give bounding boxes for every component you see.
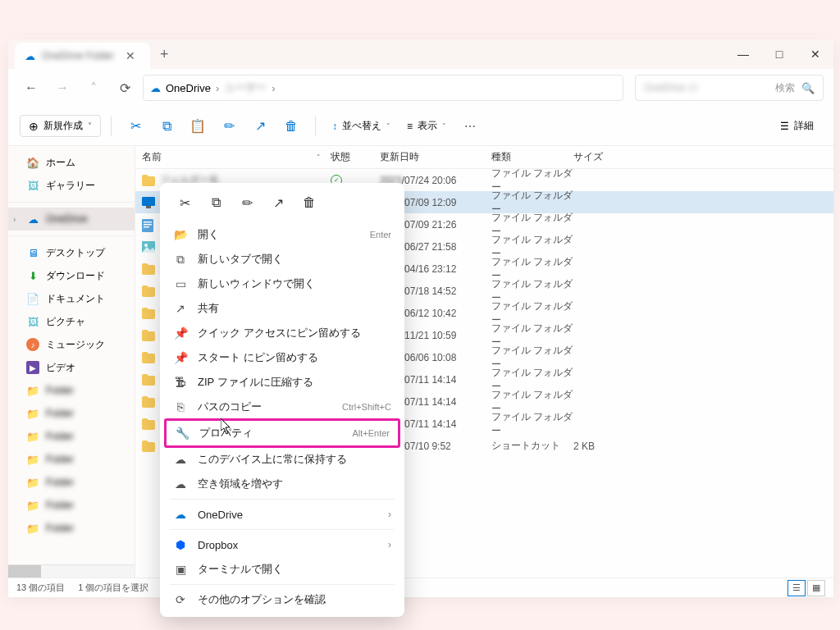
details-label: 詳細 <box>794 119 814 133</box>
ctx-dropbox[interactable]: ⬢ Dropbox › <box>165 532 399 557</box>
folder-icon <box>142 330 155 341</box>
svg-rect-2 <box>142 219 153 232</box>
folder-icon <box>142 396 155 408</box>
chevron-right-icon: › <box>216 82 219 94</box>
cell-type: ファイル フォルダー <box>491 410 573 438</box>
sidebar-item-folder[interactable]: 📁Folder <box>8 425 135 448</box>
col-status[interactable]: 状態 <box>331 150 380 164</box>
sort-button[interactable]: ↕ 並べ替え ˅ <box>326 116 397 136</box>
col-type[interactable]: 種類 <box>491 150 573 164</box>
ctx-properties[interactable]: 🔧 プロパティ Alt+Enter <box>167 421 398 445</box>
copy-button[interactable]: ⧉ <box>153 112 180 140</box>
new-button[interactable]: ⊕ 新規作成 ˅ <box>20 115 101 137</box>
icons-view-button[interactable]: ▦ <box>807 580 825 596</box>
column-headers: 名前 ˄ 状態 更新日時 種類 サイズ <box>135 146 833 169</box>
breadcrumb[interactable]: ☁ OneDrive › ユーザー › <box>143 75 623 101</box>
ctx-new-window[interactable]: ▭ 新しいウィンドウで開く <box>165 272 399 296</box>
paste-button[interactable]: 📋 <box>184 112 212 140</box>
tab-icon: ⧉ <box>173 253 188 267</box>
search-icon: 🔍 <box>801 82 815 94</box>
forward-button[interactable]: → <box>49 75 75 101</box>
svg-rect-3 <box>144 221 152 223</box>
cut-button[interactable]: ✂ <box>121 112 149 140</box>
sidebar-item-folder[interactable]: 📁Folder <box>8 402 135 425</box>
tab-close-button[interactable]: ✕ <box>121 49 140 62</box>
rename-button[interactable]: ✏ <box>232 189 262 216</box>
ctx-compress-zip[interactable]: 🗜 ZIP ファイルに圧縮する <box>165 370 399 395</box>
sidebar-desktop[interactable]: 🖥 デスクトップ <box>8 241 135 264</box>
ctx-always-keep[interactable]: ☁ このデバイス上に常に保持する <box>165 447 399 472</box>
rename-button[interactable]: ✏ <box>215 112 243 140</box>
folder-icon: 📁 <box>26 522 39 535</box>
search-box[interactable]: OneDrive の 検索 🔍 <box>635 75 824 101</box>
separator <box>8 202 135 203</box>
ctx-new-tab[interactable]: ⧉ 新しいタブで開く <box>165 247 399 272</box>
sidebar: 🏠 ホーム 🖼 ギャラリー › ☁ OneDrive 🖥 デスクトップ ⬇ ダウ… <box>8 146 135 578</box>
breadcrumb-item[interactable]: ユーザー <box>224 80 267 95</box>
more-button[interactable]: ⋯ <box>456 116 484 136</box>
share-button[interactable]: ↗ <box>263 189 293 216</box>
tab-title: OneDrive Folder <box>42 50 114 62</box>
ctx-share[interactable]: ↗ 共有 <box>165 296 399 321</box>
document-icon: 📄 <box>26 292 39 305</box>
ctx-pin-quick-access[interactable]: 📌 クイック アクセスにピン留めする <box>165 321 399 345</box>
minimize-button[interactable]: — <box>725 41 761 67</box>
maximize-button[interactable]: □ <box>761 41 797 67</box>
sidebar-item-folder[interactable]: 📁Folder <box>8 379 135 402</box>
ctx-pin-start[interactable]: 📌 スタート にピン留めする <box>165 345 399 370</box>
ctx-open[interactable]: 📂 開く Enter <box>165 222 399 247</box>
up-button[interactable]: ˄ <box>80 75 107 101</box>
ctx-onedrive[interactable]: ☁ OneDrive › <box>165 502 399 527</box>
folder-icon <box>142 374 155 386</box>
ctx-copy-path[interactable]: ⎘ パスのコピー Ctrl+Shift+C <box>165 395 399 419</box>
back-button[interactable]: ← <box>18 75 44 101</box>
delete-button[interactable]: 🗑 <box>277 112 305 140</box>
breadcrumb-root[interactable]: OneDrive <box>166 82 211 94</box>
col-size[interactable]: サイズ <box>573 150 623 164</box>
folder-icon: 📁 <box>26 476 39 489</box>
details-view-button[interactable]: ☰ <box>788 580 806 596</box>
share-icon: ↗ <box>173 302 188 315</box>
col-name[interactable]: 名前 ˄ <box>142 150 331 164</box>
item-count: 13 個の項目 <box>16 582 65 594</box>
ctx-free-space[interactable]: ☁ 空き領域を増やす <box>165 472 399 496</box>
svg-rect-4 <box>144 224 152 226</box>
sidebar-home[interactable]: 🏠 ホーム <box>8 151 135 174</box>
sidebar-item-folder[interactable]: 📁Folder <box>8 448 135 471</box>
sidebar-gallery[interactable]: 🖼 ギャラリー <box>8 174 135 197</box>
cloud-icon: ☁ <box>26 212 39 226</box>
sidebar-video[interactable]: ▶ ビデオ <box>8 356 135 379</box>
video-icon: ▶ <box>26 361 39 374</box>
ctx-more-options[interactable]: ⟳ その他のオプションを確認 <box>165 587 399 612</box>
img-icon <box>142 241 155 253</box>
sidebar-pictures[interactable]: 🖼 ピクチャ <box>8 310 135 333</box>
terminal-icon: ▣ <box>173 563 188 576</box>
cut-button[interactable]: ✂ <box>170 189 199 216</box>
details-button[interactable]: ☰ 詳細 <box>772 116 822 136</box>
view-button[interactable]: ≡ 表示 ˅ <box>400 116 453 136</box>
new-tab-button[interactable]: + <box>150 46 179 63</box>
col-name-label: 名前 <box>142 150 162 164</box>
sidebar-music[interactable]: ♪ ミュージック <box>8 333 135 356</box>
close-button[interactable]: ✕ <box>797 41 833 67</box>
ctx-terminal[interactable]: ▣ ターミナルで開く <box>165 557 399 582</box>
separator <box>170 584 395 585</box>
delete-button[interactable]: 🗑 <box>294 189 324 216</box>
sidebar-item-folder[interactable]: 📁Folder <box>8 471 135 494</box>
scrollbar-thumb[interactable] <box>8 565 41 578</box>
copy-button[interactable]: ⧉ <box>201 189 231 216</box>
cloud-icon: ☁ <box>173 477 188 491</box>
refresh-button[interactable]: ⟳ <box>112 75 138 101</box>
download-icon: ⬇ <box>26 269 39 282</box>
sidebar-documents[interactable]: 📄 ドキュメント <box>8 287 135 310</box>
sidebar-onedrive[interactable]: › ☁ OneDrive <box>8 208 135 231</box>
sidebar-downloads[interactable]: ⬇ ダウンロード <box>8 264 135 287</box>
sidebar-item-folder[interactable]: 📁Folder <box>8 494 135 517</box>
share-button[interactable]: ↗ <box>246 112 274 140</box>
col-date[interactable]: 更新日時 <box>380 150 491 164</box>
cloud-check-icon: ☁ <box>173 453 188 466</box>
sidebar-item-folder[interactable]: 📁Folder <box>8 517 135 540</box>
scrollbar[interactable] <box>8 564 135 578</box>
chevron-down-icon: ˅ <box>386 122 390 130</box>
window-tab[interactable]: ☁ OneDrive Folder ✕ <box>15 43 150 69</box>
